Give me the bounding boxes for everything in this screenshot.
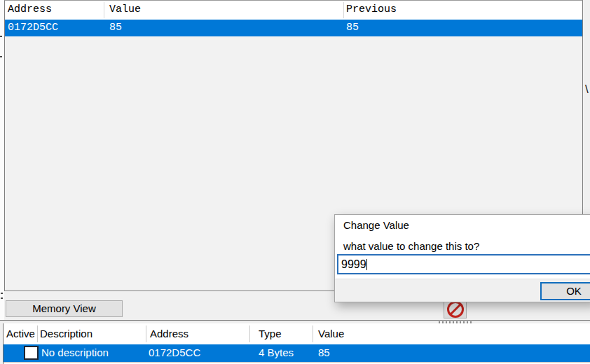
row-address: 0172D5CC (149, 346, 200, 358)
edge-artifact (1, 298, 3, 299)
column-divider[interactable] (313, 326, 313, 342)
cheat-engine-window: Address Value Previous 0172D5CC 85 85 \ … (0, 0, 590, 364)
scan-result-row-selected[interactable]: 0172D5CC 85 85 (5, 20, 582, 36)
column-header-value[interactable]: Value (318, 328, 344, 340)
scan-row-value: 85 (109, 22, 122, 34)
value-input-text: 9999 (341, 258, 366, 270)
address-list-header: Active Description Address Type Value (4, 323, 590, 344)
column-header-type[interactable]: Type (259, 328, 282, 340)
scan-row-previous: 85 (346, 22, 359, 34)
change-value-dialog: Change Value what value to change this t… (334, 214, 590, 302)
column-header-description[interactable]: Description (40, 328, 92, 340)
row-value: 85 (318, 346, 330, 358)
column-header-active[interactable]: Active (6, 328, 35, 340)
scan-results-header: Address Value Previous (5, 1, 582, 20)
edge-artifact (0, 36, 2, 37)
row-description: No description (41, 346, 109, 358)
clipped-edge-glyph: \ (585, 83, 589, 97)
value-input[interactable]: 9999 (337, 254, 590, 274)
dialog-prompt: what value to change this to? (343, 240, 479, 252)
dialog-title: Change Value (343, 219, 409, 231)
row-divider (4, 362, 590, 363)
edge-artifact (1, 293, 3, 294)
panel-divider (0, 320, 590, 321)
column-divider[interactable] (104, 2, 104, 18)
edge-artifact (0, 56, 2, 57)
column-header-value[interactable]: Value (109, 4, 141, 15)
address-list-table: Active Description Address Type Value No… (3, 323, 590, 364)
memory-view-button[interactable]: Memory View (6, 300, 123, 317)
scan-row-address: 0172D5CC (8, 22, 58, 34)
column-divider[interactable] (146, 326, 146, 342)
row-type: 4 Bytes (259, 346, 294, 358)
ok-button[interactable]: OK (540, 282, 590, 300)
column-header-address[interactable]: Address (150, 328, 188, 340)
address-list-row-selected[interactable]: No description 0172D5CC 4 Bytes 85 (4, 344, 590, 362)
active-checkbox[interactable] (24, 346, 39, 360)
column-header-previous[interactable]: Previous (346, 4, 397, 15)
text-caret (366, 259, 368, 270)
column-divider[interactable] (37, 326, 38, 342)
column-divider[interactable] (249, 326, 250, 342)
column-divider[interactable] (343, 2, 344, 18)
column-header-address[interactable]: Address (8, 4, 52, 15)
